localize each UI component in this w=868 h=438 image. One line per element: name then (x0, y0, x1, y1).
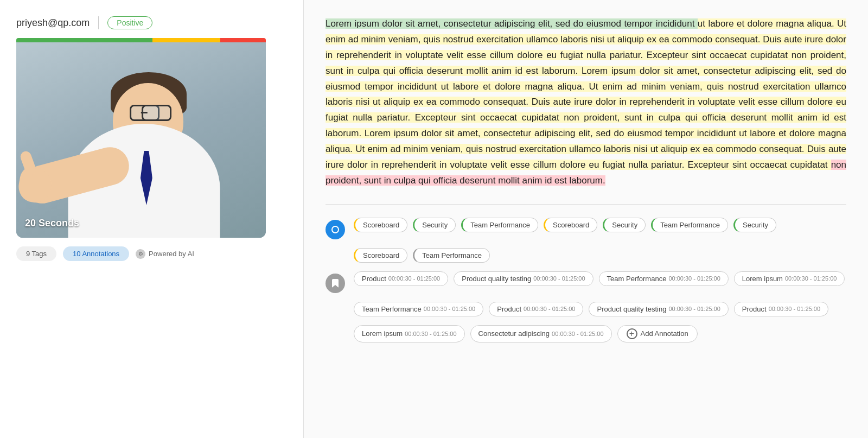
left-panel: priyesh@qp.com Positive (0, 0, 304, 438)
text-highlight-green: Lorem ipsum dolor sit amet, consectetur … (326, 18, 698, 29)
chip-team-perf-5[interactable]: Team Performance 00:00:30 - 01:25:00 (354, 302, 483, 316)
right-panel: Lorem ipsum dolor sit amet, consectetur … (304, 0, 868, 438)
chip-security-2[interactable]: Security (603, 218, 646, 232)
color-bar-green (16, 38, 152, 42)
chip-product-2[interactable]: Product 00:00:30 - 01:25:00 (489, 302, 583, 316)
annotation-section: Scoreboard Security Team Performance Sco… (326, 204, 846, 342)
chip-security-1[interactable]: Security (413, 218, 456, 232)
circle-inner (331, 226, 339, 233)
ai-icon: ⚙ (136, 249, 145, 259)
annotation-row-2: Scoreboard Team Performance (326, 248, 846, 263)
video-section: 20 Seconds (16, 38, 287, 238)
plus-circle-icon: + (627, 328, 637, 339)
annotation-row-3: Product 00:00:30 - 01:25:00 Product qual… (326, 271, 846, 293)
vertical-divider (98, 16, 99, 29)
email-label: priyesh@qp.com (16, 17, 90, 29)
chip-consectetur[interactable]: Consectetur adipiscing 00:00:30 - 01:25:… (470, 325, 612, 342)
ai-badge: ⚙ Powered by AI (136, 249, 194, 259)
person-figure (16, 42, 266, 238)
chip-product-1[interactable]: Product 00:00:30 - 01:25:00 (354, 271, 448, 286)
video-placeholder (16, 42, 266, 238)
chip-scoreboard-1[interactable]: Scoreboard (354, 218, 407, 232)
tags-button[interactable]: 9 Tags (16, 246, 56, 261)
chip-team-performance-2[interactable]: Team Performance (651, 218, 728, 232)
circle-icon-grey (326, 274, 345, 293)
annotation-row-1: Scoreboard Security Team Performance Sco… (326, 218, 846, 239)
chip-product-quality-1[interactable]: Product quality testing 00:00:30 - 01:25… (454, 271, 593, 286)
chip-lorem-2[interactable]: Lorem ipsum 00:00:30 - 01:25:00 (354, 325, 465, 342)
text-content: Lorem ipsum dolor sit amet, consectetur … (326, 16, 846, 189)
row5-chips: Lorem ipsum 00:00:30 - 01:25:00 Consecte… (354, 325, 846, 342)
row4-chips: Team Performance 00:00:30 - 01:25:00 Pro… (354, 302, 846, 316)
chip-team-perf-4[interactable]: Team Performance 00:00:30 - 01:25:00 (599, 271, 729, 286)
bookmark-icon (332, 279, 339, 288)
chip-scoreboard-2[interactable]: Scoreboard (544, 218, 597, 232)
video-timer: 20 Seconds (25, 218, 79, 229)
add-annotation-button[interactable]: + Add Annotation (617, 325, 698, 342)
annotation-row-5: Lorem ipsum 00:00:30 - 01:25:00 Consecte… (326, 325, 846, 342)
ai-label: Powered by AI (149, 250, 194, 258)
text-highlight-yellow-2: Duis aute irure dolor in reprehenderit i… (326, 34, 846, 170)
chip-scoreboard-3[interactable]: Scoreboard (354, 248, 407, 263)
row2-chips: Scoreboard Team Performance (354, 248, 846, 263)
annotation-row-4: Team Performance 00:00:30 - 01:25:00 Pro… (326, 302, 846, 316)
circle-icon-blue (326, 220, 345, 239)
video-container[interactable]: 20 Seconds (16, 42, 266, 238)
add-annotation-label: Add Annotation (641, 329, 688, 338)
chip-security-3[interactable]: Security (733, 218, 776, 232)
meta-row: 9 Tags 10 Annotations ⚙ Powered by AI (16, 246, 287, 261)
color-bar (16, 38, 266, 42)
header-row: priyesh@qp.com Positive (16, 16, 287, 29)
color-bar-yellow (152, 38, 220, 42)
annotations-button[interactable]: 10 Annotations (63, 246, 129, 261)
row3-chips: Product 00:00:30 - 01:25:00 Product qual… (354, 271, 846, 286)
sentiment-badge[interactable]: Positive (107, 16, 152, 29)
row1-chips: Scoreboard Security Team Performance Sco… (354, 218, 846, 232)
chip-product-3[interactable]: Product 00:00:30 - 01:25:00 (734, 302, 828, 316)
chip-product-quality-2[interactable]: Product quality testing 00:00:30 - 01:25… (589, 302, 728, 316)
chip-team-performance-3[interactable]: Team Performance (413, 248, 490, 263)
chip-lorem-1[interactable]: Lorem ipsum 00:00:30 - 01:25:00 (734, 271, 845, 286)
color-bar-red (220, 38, 266, 42)
chip-team-performance-1[interactable]: Team Performance (461, 218, 538, 232)
